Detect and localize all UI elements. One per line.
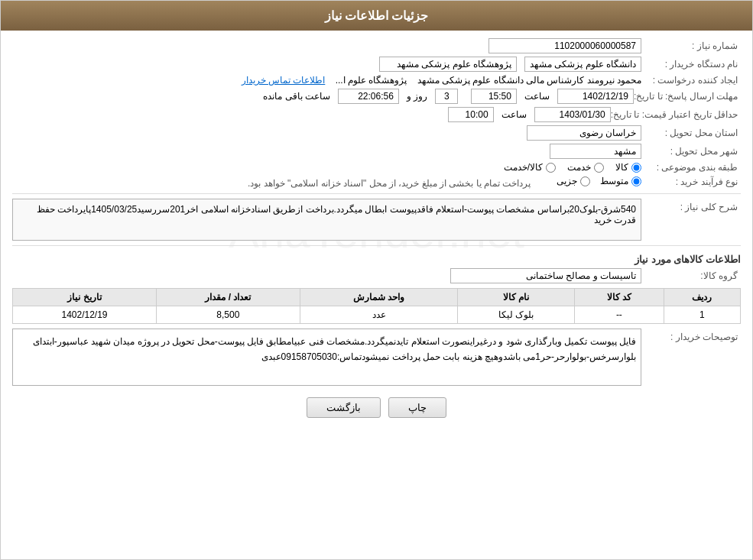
nofarayand-jazei-label: جزیی <box>557 176 577 186</box>
shomare-niaz-value: 1102000060000587 <box>12 38 641 53</box>
hadaghal-saat-label: ساعت <box>501 109 527 120</box>
mohlat-date-box: 1402/12/19 <box>557 89 634 104</box>
kala-section-title: اطلاعات کالاهای مورد نیاز <box>12 251 741 268</box>
nam-dastgah-label: نام دستگاه خریدار : <box>641 59 741 70</box>
nofarayand-motasat-label: متوسط <box>600 176 628 186</box>
sharh-label: شرح کلی نیاز : <box>641 199 741 212</box>
hadaghal-date-box: 1403/01/30 <box>534 107 611 122</box>
mohlat-saat-label: ساعت <box>524 91 550 102</box>
nofarayand-jazei-radio[interactable] <box>580 176 590 186</box>
divider2 <box>12 245 741 246</box>
goods-table-header-row: ردیف کد کالا نام کالا واحد شمارش تعداد /… <box>13 288 741 306</box>
ijad-name: محمود نیرومند کارشناس مالی دانشگاه علوم … <box>417 75 641 86</box>
kala-group-box: تاسیسات و مصالح ساختمانی <box>450 268 641 283</box>
col-kod-kala: کد کالا <box>575 288 664 306</box>
page-title: جزئیات اطلاعات نیاز <box>325 9 429 22</box>
nofarayand-jazei-option[interactable]: جزیی <box>557 176 590 186</box>
tabaghe-label: طبقه بندی موضوعی : <box>641 162 741 173</box>
table-cell-radif: 1 <box>664 306 740 323</box>
nam-dastgah-box2: پژوهشگاه علوم پزشکی مشهد <box>379 57 517 72</box>
kala-group-label: گروه کالا: <box>641 270 741 281</box>
back-button[interactable]: بازگشت <box>307 397 381 418</box>
divider1 <box>12 193 741 194</box>
kala-group-value: تاسیسات و مصالح ساختمانی <box>12 268 641 283</box>
shahr-label: شهر محل تحویل : <box>641 146 741 157</box>
tabaghe-kala-khedmat-radio[interactable] <box>546 163 556 173</box>
goods-table-head: ردیف کد کالا نام کالا واحد شمارش تعداد /… <box>13 288 741 306</box>
mohlat-value: 1402/12/19 ساعت 15:50 3 روز و 22:06:56 س… <box>12 89 634 104</box>
goods-table: ردیف کد کالا نام کالا واحد شمارش تعداد /… <box>12 288 741 324</box>
tabaghe-kala-khedmat-option[interactable]: کالا/خدمت <box>504 162 556 173</box>
table-cell-kodKala: -- <box>575 306 664 323</box>
tabaghe-value: کالا خدمت کالا/خدمت <box>12 162 641 173</box>
mohlat-mande-box: 22:06:56 <box>338 89 399 104</box>
print-button[interactable]: چاپ <box>388 397 446 418</box>
sharh-value: 540شرق-بلوک20براساس مشخصات پیوست-استعلام… <box>12 199 641 241</box>
tabaghe-kala-radio[interactable] <box>631 163 641 173</box>
nofarayand-motasat-radio[interactable] <box>631 176 641 186</box>
page-container: جزئیات اطلاعات نیاز AriaTender.net شماره… <box>0 0 753 560</box>
nofarayand-desc: پرداخت تمام یا بخشی از مبلغ خرید، از محل… <box>248 178 531 189</box>
nofarayand-motasat-option[interactable]: متوسط <box>600 176 641 186</box>
col-tedad-megdar: تعداد / مقدار <box>156 288 300 306</box>
tabaghe-kala-option[interactable]: کالا <box>615 162 641 173</box>
shahr-box: مشهد <box>550 144 641 159</box>
mohlat-mande-label: ساعت باقی مانده <box>263 91 330 102</box>
mohlat-roz-box: 3 <box>435 89 458 104</box>
shomare-niaz-box: 1102000060000587 <box>488 38 641 53</box>
mohlat-roz-label: روز و <box>407 91 427 102</box>
nofarayand-label: نوع فرآیند خرید : <box>641 176 741 187</box>
tabaghe-khedmat-option[interactable]: خدمت <box>567 162 604 173</box>
col-vahed-shomare: واحد شمارش <box>300 288 458 306</box>
col-tarikh-niaz: تاریخ نیاز <box>13 288 157 306</box>
ijad-link[interactable]: اطلاعات تماس خریدار <box>242 75 326 86</box>
tabaghe-kala-label: کالا <box>615 162 628 173</box>
ijad-value: محمود نیرومند کارشناس مالی دانشگاه علوم … <box>12 75 641 86</box>
nofarayand-row: نوع فرآیند خرید : متوسط جزیی پرداخت تمام… <box>12 176 741 189</box>
tosiyeh-value: فایل پیوست تکمیل وبارگذاری شود و درغیرای… <box>12 329 641 386</box>
ostan-box: خراسان رضوی <box>527 125 641 141</box>
ijad-org: پژوهشگاه علوم ا... <box>336 75 407 86</box>
mohlat-label: مهلت ارسال پاسخ: تا تاریخ: <box>634 91 741 102</box>
ostan-row: استان محل تحویل : خراسان رضوی <box>12 125 741 141</box>
ijad-label: ایجاد کننده درخواست : <box>641 75 741 86</box>
nam-dastgah-row: نام دستگاه خریدار : دانشگاه علوم پزشکی م… <box>12 57 741 72</box>
sharh-box: 540شرق-بلوک20براساس مشخصات پیوست-استعلام… <box>12 199 641 241</box>
nam-dastgah-box1: دانشگاه علوم پزشکی مشهد <box>524 57 641 72</box>
main-content: AriaTender.net شماره نیاز : 110200006000… <box>1 31 752 433</box>
ostan-label: استان محل تحویل : <box>641 128 741 138</box>
hadaghal-value: 1403/01/30 ساعت 10:00 <box>12 107 611 122</box>
tosiyeh-label: توصیحات خریدار : <box>641 329 741 342</box>
mohlat-saat-box: 15:50 <box>471 89 517 104</box>
ostan-value: خراسان رضوی <box>12 125 641 141</box>
nofarayand-value: متوسط جزیی پرداخت تمام یا بخشی از مبلغ خ… <box>12 176 641 189</box>
nam-dastgah-value: دانشگاه علوم پزشکی مشهد پژوهشگاه علوم پز… <box>12 57 641 72</box>
table-cell-vahedShomare: عدد <box>300 306 458 323</box>
tabaghe-khedmat-radio[interactable] <box>594 163 604 173</box>
col-nam-kala: نام کالا <box>458 288 575 306</box>
table-cell-tedad_megdar: 8,500 <box>156 306 300 323</box>
tabaghe-row: طبقه بندی موضوعی : کالا خدمت کالا/خدمت <box>12 162 741 173</box>
tosiyeh-box: فایل پیوست تکمیل وبارگذاری شود و درغیرای… <box>12 329 641 386</box>
shomare-niaz-label: شماره نیاز : <box>641 40 741 51</box>
table-row: 1--بلوک لیکاعدد8,5001402/12/19 <box>13 306 741 323</box>
tabaghe-kala-khedmat-label: کالا/خدمت <box>504 162 543 173</box>
hadaghal-row: حداقل تاریخ اعتبار قیمت: تا تاریخ: 1403/… <box>12 107 741 122</box>
page-header: جزئیات اطلاعات نیاز <box>1 1 752 31</box>
tabaghe-khedmat-label: خدمت <box>567 162 591 173</box>
content-inner: شماره نیاز : 1102000060000587 نام دستگاه… <box>12 38 741 418</box>
buttons-row: چاپ بازگشت <box>12 397 741 418</box>
table-cell-namKala: بلوک لیکا <box>458 306 575 323</box>
kala-group-row: گروه کالا: تاسیسات و مصالح ساختمانی <box>12 268 741 283</box>
tosiyeh-row: توصیحات خریدار : فایل پیوست تکمیل وبارگذ… <box>12 329 741 386</box>
hadaghal-saat-box: 10:00 <box>448 107 494 122</box>
col-radif: ردیف <box>664 288 740 306</box>
goods-table-body: 1--بلوک لیکاعدد8,5001402/12/19 <box>13 306 741 323</box>
sharh-row: شرح کلی نیاز : 540شرق-بلوک20براساس مشخصا… <box>12 199 741 241</box>
ijad-row: ایجاد کننده درخواست : محمود نیرومند کارش… <box>12 75 741 86</box>
hadaghal-label: حداقل تاریخ اعتبار قیمت: تا تاریخ: <box>611 109 741 120</box>
table-cell-tarikheNiaz: 1402/12/19 <box>13 306 157 323</box>
mohlat-row: مهلت ارسال پاسخ: تا تاریخ: 1402/12/19 سا… <box>12 89 741 104</box>
shomare-niaz-row: شماره نیاز : 1102000060000587 <box>12 38 741 53</box>
shahr-value: مشهد <box>12 144 641 159</box>
